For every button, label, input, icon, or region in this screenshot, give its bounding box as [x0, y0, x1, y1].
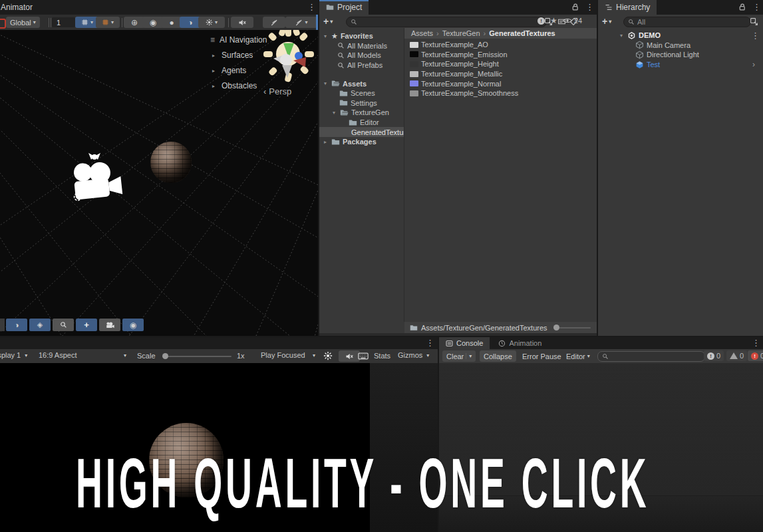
console-search-input[interactable] [597, 351, 705, 362]
view-mode-button[interactable]: ◑ [6, 319, 27, 331]
gizmos-dropdown[interactable]: Gizmos▾ [398, 351, 429, 359]
breadcrumb-sep-icon: › [484, 29, 486, 37]
slider-thumb[interactable] [553, 325, 559, 331]
scene-menu-icon[interactable]: ⋮ [307, 3, 316, 11]
stats-button[interactable]: Stats [374, 352, 390, 360]
debug-burst-icon[interactable] [323, 351, 333, 360]
console-menu-icon[interactable]: ⋮ [752, 338, 760, 347]
create-add-button[interactable]: +▾ [323, 16, 333, 27]
project-status-bar: Assets/TextureGen/GeneratedTextures [404, 322, 602, 333]
mute-audio-button[interactable] [339, 350, 360, 362]
tab-animation[interactable]: Animation [492, 337, 548, 349]
play-mode-dropdown[interactable]: Play Focused▾ [261, 351, 315, 359]
keyboard-icon[interactable] [358, 352, 369, 360]
star-icon[interactable]: ★ [550, 16, 557, 25]
tree-scenes[interactable]: Scenes [319, 88, 404, 98]
move-tool-button[interactable]: + [76, 319, 97, 331]
scene-sphere-object[interactable] [150, 142, 192, 183]
expand-icon: ▸ [210, 53, 217, 59]
project-menu-icon[interactable]: ⋮ [585, 3, 594, 11]
hierarchy-icon [605, 3, 613, 11]
aspect-dropdown[interactable]: 16:9 Aspect▾ [39, 351, 126, 359]
tree-all-materials[interactable]: All Materials [319, 41, 404, 51]
asset-row[interactable]: TextureExample_Smoothness [404, 88, 597, 98]
lock-icon[interactable] [571, 3, 579, 11]
scene-light-dropdown[interactable]: ▾ [198, 17, 225, 28]
perspective-label[interactable]: ‹Persp [263, 86, 291, 96]
aperture-gizmo-icon[interactable] [73, 192, 82, 201]
hierarchy-search-input[interactable]: All [623, 17, 751, 27]
tree-settings[interactable]: Settings [319, 98, 404, 108]
asset-row[interactable]: TextureExample_Normal [404, 78, 597, 88]
gizmos-overlay-button[interactable]: ◈ [29, 319, 51, 331]
folder-open-icon [331, 79, 340, 88]
asset-row[interactable]: TextureExample_Emission [404, 50, 597, 60]
overlays-dropdown-button[interactable]: ▾ [285, 17, 317, 28]
search-overlay-button[interactable] [53, 319, 74, 331]
tree-assets[interactable]: ▾Assets [319, 78, 404, 88]
tree-packages[interactable]: ▸Packages [319, 137, 404, 147]
save-search-icon[interactable]: ! [537, 17, 545, 25]
error-count-button[interactable]: !0 [748, 350, 763, 361]
selected-path: Assets/TextureGen/GeneratedTextures [421, 324, 547, 332]
tree-all-prefabs[interactable]: All Prefabs [319, 61, 404, 70]
tree-all-models[interactable]: All Models [319, 51, 404, 61]
info-count-button[interactable]: !0 [704, 350, 724, 361]
texture-thumbnail [410, 71, 418, 77]
snap-increment-field[interactable]: 1 [52, 17, 75, 27]
lock-icon[interactable] [738, 3, 746, 11]
error-pause-button[interactable]: Error Pause [518, 350, 565, 362]
picker-icon[interactable] [750, 17, 758, 26]
visibility-count[interactable]: 24 [563, 17, 582, 25]
tree-generatedtextures[interactable]: GeneratedTextures [319, 127, 404, 137]
expand-icon: ▾ [322, 80, 329, 86]
effects-toggle-button[interactable] [263, 17, 285, 28]
tab-hierarchy[interactable]: Hierarchy [598, 0, 657, 15]
gameobject-directional-light[interactable]: Directional Light [598, 50, 763, 60]
collapse-button[interactable]: Collapse [480, 350, 516, 362]
tree-editor[interactable]: Editor [319, 118, 404, 128]
audio-mute-button[interactable] [231, 17, 253, 28]
scene-row-demo[interactable]: ▾ DEMO ⋮ [598, 31, 763, 41]
bird-gizmo-icon[interactable] [87, 151, 102, 161]
cube-icon [635, 51, 644, 59]
asset-row[interactable]: TextureExample_Height [404, 59, 597, 69]
scale-slider[interactable] [165, 356, 231, 357]
project-folder-tree: ▾★Favorites All Materials All Models All… [319, 28, 404, 322]
prefab-chevron-icon[interactable]: › [752, 60, 755, 69]
dropdown-icon: ▾ [124, 352, 126, 358]
breadcrumb-assets[interactable]: Assets [411, 29, 433, 37]
scale-slider-thumb[interactable] [162, 353, 168, 359]
hierarchy-add-button[interactable]: +▾ [602, 16, 611, 27]
display-dropdown[interactable]: Display 1▾ [0, 351, 27, 359]
overlay-partial-button[interactable] [0, 319, 5, 331]
gameobject-main-camera[interactable]: Main Camera [598, 41, 763, 51]
scene-viewport[interactable]: ≡AI Navigation ▸Surfaces ▸Agents ▸Obstac… [0, 30, 318, 336]
tab-console[interactable]: Console [439, 337, 490, 349]
clear-button[interactable]: Clear▾ [442, 350, 476, 362]
pivot-icon[interactable] [0, 19, 6, 29]
tab-animator[interactable]: Animator [0, 0, 38, 15]
breadcrumb-generatedtextures[interactable]: GeneratedTextures [489, 29, 555, 37]
game-menu-icon[interactable]: ⋮ [426, 338, 434, 347]
orientation-gizmo[interactable] [257, 30, 318, 90]
project-search-input[interactable] [346, 17, 547, 27]
thumbnail-size-slider[interactable] [556, 327, 591, 329]
compass-overlay-button[interactable]: ◉ [122, 319, 144, 331]
tab-project[interactable]: Project [319, 0, 369, 15]
pivot-orientation-dropdown[interactable]: Global▾ [6, 17, 40, 28]
breadcrumb-texturegen[interactable]: TextureGen [442, 29, 480, 37]
gameobject-test[interactable]: Test › [598, 60, 763, 70]
asset-row[interactable]: TextureExample_Metallic [404, 69, 597, 79]
tree-texturegen[interactable]: ▾TextureGen [319, 108, 404, 118]
camera-overlay-button[interactable] [99, 319, 120, 331]
tree-favorites[interactable]: ▾★Favorites [319, 31, 404, 41]
asset-row[interactable]: TextureExample_AO [404, 40, 597, 50]
warning-count-button[interactable]: 0 [726, 350, 747, 361]
grid-visibility-button[interactable]: ▾ [96, 17, 120, 28]
scene-options-icon[interactable]: ⋮ [751, 31, 760, 40]
dropdown-icon: ▾ [313, 352, 315, 358]
editor-dropdown[interactable]: Editor▾ [562, 350, 594, 362]
scale-label: Scale [137, 352, 156, 360]
hierarchy-menu-icon[interactable]: ⋮ [752, 3, 761, 11]
